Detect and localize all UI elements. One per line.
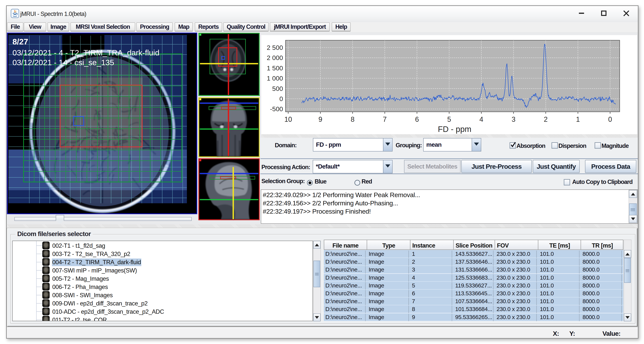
svg-text:2 500: 2 500 (267, 44, 283, 51)
svg-text:2: 2 (544, 115, 548, 123)
svg-text:6: 6 (415, 115, 419, 123)
svg-text:1: 1 (576, 115, 580, 123)
svg-text:10: 10 (284, 115, 292, 123)
svg-text:5: 5 (447, 115, 451, 123)
svg-text:4: 4 (480, 115, 483, 123)
svg-text:FD - ppm: FD - ppm (438, 125, 471, 134)
svg-text:03/12/2021 - 14 - csi_se_135: 03/12/2021 - 14 - csi_se_135 (12, 58, 114, 67)
svg-text:03/12/2021 - 4 - T2_TIRM_TRA_d: 03/12/2021 - 4 - T2_TIRM_TRA_dark-fluid (12, 48, 159, 57)
svg-text:7: 7 (383, 115, 387, 123)
svg-text:0: 0 (280, 95, 283, 102)
svg-text:3: 3 (512, 115, 516, 123)
svg-text:0: 0 (608, 115, 612, 123)
svg-text:8/27: 8/27 (12, 37, 28, 46)
svg-text:2 000: 2 000 (267, 54, 283, 61)
svg-text:9: 9 (318, 115, 322, 123)
svg-text:8: 8 (351, 115, 354, 123)
svg-text:-500: -500 (270, 105, 283, 113)
svg-text:1 500: 1 500 (267, 64, 283, 72)
svg-text:500: 500 (272, 85, 283, 92)
svg-text:1 000: 1 000 (267, 75, 283, 82)
